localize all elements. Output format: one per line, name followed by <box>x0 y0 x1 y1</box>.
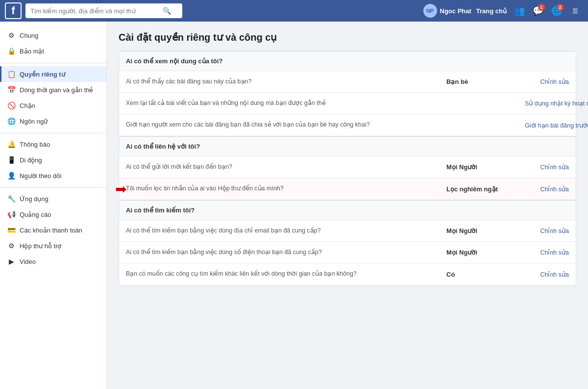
settings-row-phone: Ai có thể tìm kiếm bạn bằng việc dùng số… <box>119 242 576 263</box>
search-input[interactable] <box>30 7 163 15</box>
baomat-icon: 🔒 <box>7 47 16 55</box>
sidebar-item-ngonngu[interactable]: 🌐 Ngôn ngữ <box>0 113 106 129</box>
row-value-email: Mọi Người <box>446 227 525 234</box>
sidebar-item-chung[interactable]: ⚙ Chung <box>0 27 106 43</box>
facebook-logo: f <box>5 2 22 19</box>
row-action-email[interactable]: Chỉnh sửa <box>525 227 569 234</box>
section-tim-kiem: Ai có thể tìm kiếm tôi? Ai có thể tìm ki… <box>119 201 576 285</box>
settings-icon: ☰ <box>572 7 578 15</box>
sidebar-section-tools: 🔔 Thông báo 📱 Di động 👤 Người theo dõi <box>0 136 106 183</box>
quangcao-icon: 📢 <box>7 210 16 219</box>
row-question-baidang: Ai có thể thấy các bài đăng sau này của … <box>126 78 446 86</box>
sidebar-label-hopthuhottro: Hộp thư hỗ trợ <box>20 242 61 250</box>
section-label-lienhe: Ai có thể liên hệ với tôi? <box>126 143 224 150</box>
messages-button[interactable]: 💬 1 <box>530 4 546 18</box>
sidebar-item-chan[interactable]: 🚫 Chặn <box>0 98 106 113</box>
chan-icon: 🚫 <box>7 101 16 110</box>
settings-row-gioihan: Giới hạn người xem cho các bài đăng bạn … <box>119 114 576 136</box>
chinhhsua-email-link[interactable]: Chỉnh sửa <box>540 228 569 234</box>
row-value-congcu: Có <box>446 271 525 278</box>
row-value-loctin: Lọc nghiêm ngặt <box>446 185 525 193</box>
notifications-button[interactable]: 🌐 2 <box>549 4 564 18</box>
sidebar-item-nguoitheodog[interactable]: 👤 Người theo dõi <box>0 168 106 183</box>
sidebar-item-didong[interactable]: 📱 Di động <box>0 152 106 168</box>
home-link[interactable]: Trang chủ <box>476 7 507 15</box>
dongthoigian-icon: 📅 <box>7 85 16 94</box>
main-content: Cài đặt quyền riêng tư và công cụ Ai có … <box>107 22 588 389</box>
row-action-baidang[interactable]: Chỉnh sửa <box>525 78 569 85</box>
settings-card: Ai có thể xem nội dung của tôi? Ai có th… <box>119 51 576 285</box>
hopthuhottro-icon: ⚙ <box>7 241 16 250</box>
section-label-xem: Ai có thể xem nội dung của tôi? <box>126 57 224 65</box>
friend-requests-button[interactable]: 👥 <box>512 4 527 18</box>
sidebar-label-video: Video <box>20 258 36 265</box>
sidebar-label-ngonngu: Ngôn ngữ <box>20 118 48 125</box>
chinhhsua-moiketban-link[interactable]: Chỉnh sửa <box>540 164 569 171</box>
user-profile-link[interactable]: NP Ngoc Phat <box>423 4 471 18</box>
row-action-phone[interactable]: Chỉnh sửa <box>525 249 569 256</box>
row-action-loctin[interactable]: Chỉnh sửa <box>525 185 569 193</box>
chinhhsua-phone-link[interactable]: Chỉnh sửa <box>540 249 569 256</box>
avatar: NP <box>423 4 437 18</box>
section-xem-noi-dung: Ai có thể xem nội dung của tôi? Ai có th… <box>119 52 576 137</box>
row-question-phone: Ai có thể tìm kiếm bạn bằng việc dùng số… <box>126 248 446 257</box>
ngonngu-icon: 🌐 <box>7 117 16 126</box>
section-lien-he: Ai có thể liên hệ với tôi? Ai có thể gửi… <box>119 137 576 201</box>
sidebar-item-hopthuhottro[interactable]: ⚙ Hộp thư hỗ trợ <box>0 238 106 254</box>
settings-row-loctin: ➡ Tôi muốn lọc tin nhắn của ai vào Hộp t… <box>119 178 576 200</box>
settings-button[interactable]: ☰ <box>567 4 583 18</box>
row-value-moiketban: Mọi Người <box>446 163 525 171</box>
sidebar-section-main: ⚙ Chung 🔒 Bảo mật <box>0 27 106 59</box>
page-title: Cài đặt quyền riêng tư và công cụ <box>119 31 576 43</box>
sidebar-label-nguoitheodog: Người theo dõi <box>20 172 61 180</box>
sidebar-divider-1 <box>0 63 106 63</box>
sidebar-item-quangcao[interactable]: 📢 Quảng cáo <box>0 207 106 222</box>
sidebar-item-thongbao[interactable]: 🔔 Thông báo <box>0 136 106 152</box>
quyenriengtu-icon: 📋 <box>7 70 16 78</box>
chinhhsua-baidang-link[interactable]: Chỉnh sửa <box>540 78 569 85</box>
sidebar-label-dongthoigian: Dòng thời gian và gắn thẻ <box>20 86 93 94</box>
row-value-baidang: Bạn bè <box>446 78 525 85</box>
row-question-gioihan: Giới hạn người xem cho các bài đăng bạn … <box>126 121 446 130</box>
sidebar-item-baomat[interactable]: 🔒 Bảo mật <box>0 43 106 59</box>
sidebar-label-baomat: Bảo mật <box>20 48 44 55</box>
search-icon[interactable]: 🔍 <box>163 7 171 15</box>
settings-row-moiketban: Ai có thể gửi lời mời kết bạn đến bạn? M… <box>119 156 576 178</box>
section-label-timkiem: Ai có thể tìm kiếm tôi? <box>126 207 224 214</box>
row-action-moiketban[interactable]: Chỉnh sửa <box>525 163 569 171</box>
video-icon: ▶ <box>7 257 16 266</box>
nhatky-link[interactable]: Sử dụng nhật ký hoạt động <box>525 100 588 107</box>
ungdung-icon: 🔧 <box>7 194 16 203</box>
sidebar-label-thongbao: Thông báo <box>20 141 50 148</box>
sidebar-item-video[interactable]: ▶ Video <box>0 254 106 269</box>
sidebar-label-quangcao: Quảng cáo <box>20 211 51 218</box>
row-action-congcu[interactable]: Chỉnh sửa <box>525 271 569 278</box>
row-action-nhatky[interactable]: Sử dụng nhật ký hoạt động <box>525 100 569 107</box>
sidebar-item-ungdung[interactable]: 🔧 Ứng dụng <box>0 191 106 207</box>
section-header-xem: Ai có thể xem nội dung của tôi? <box>119 52 576 71</box>
chinhhsua-congcu-link[interactable]: Chỉnh sửa <box>540 271 569 278</box>
settings-row-nhatky: Xem lại tất cả bài viết của bạn và những… <box>119 93 576 114</box>
sidebar-label-chung: Chung <box>20 32 38 39</box>
chinhhsua-loctin-link[interactable]: Chỉnh sửa <box>540 186 569 193</box>
sidebar-section-privacy: 📋 Quyền riêng tư 📅 Dòng thời gian và gắn… <box>0 66 106 129</box>
top-navigation: f 🔍 NP Ngoc Phat Trang chủ 👥 💬 1 🌐 2 ☰ <box>0 0 588 22</box>
sidebar-item-cackhoanthanhtoan[interactable]: 💳 Các khoản thanh toán <box>0 222 106 238</box>
sidebar: ⚙ Chung 🔒 Bảo mật 📋 Quyền riêng tư 📅 Dòn… <box>0 22 107 389</box>
sidebar-label-cackhoanthanhtoan: Các khoản thanh toán <box>20 227 82 234</box>
nav-icon-group: 👥 💬 1 🌐 2 ☰ <box>512 4 583 18</box>
sidebar-divider-2 <box>0 133 106 133</box>
sidebar-label-ungdung: Ứng dụng <box>20 195 49 203</box>
user-name: Ngoc Phat <box>440 7 471 15</box>
sidebar-item-dongthoigian[interactable]: 📅 Dòng thời gian và gắn thẻ <box>0 82 106 98</box>
messages-badge: 1 <box>538 4 545 11</box>
thongbao-icon: 🔔 <box>7 140 16 149</box>
gioihan-link[interactable]: Giới hạn bài đăng trước đây <box>525 122 588 129</box>
settings-row-baidang: Ai có thể thấy các bài đăng sau này của … <box>119 71 576 93</box>
arrow-annotation: ➡ <box>115 181 126 197</box>
row-value-phone: Mọi Người <box>446 249 525 256</box>
search-bar[interactable]: 🔍 <box>25 3 182 18</box>
sidebar-label-didong: Di động <box>20 156 42 164</box>
row-action-gioihan[interactable]: Giới hạn bài đăng trước đây <box>525 122 569 129</box>
sidebar-item-quyenriengtu[interactable]: 📋 Quyền riêng tư <box>0 66 106 82</box>
